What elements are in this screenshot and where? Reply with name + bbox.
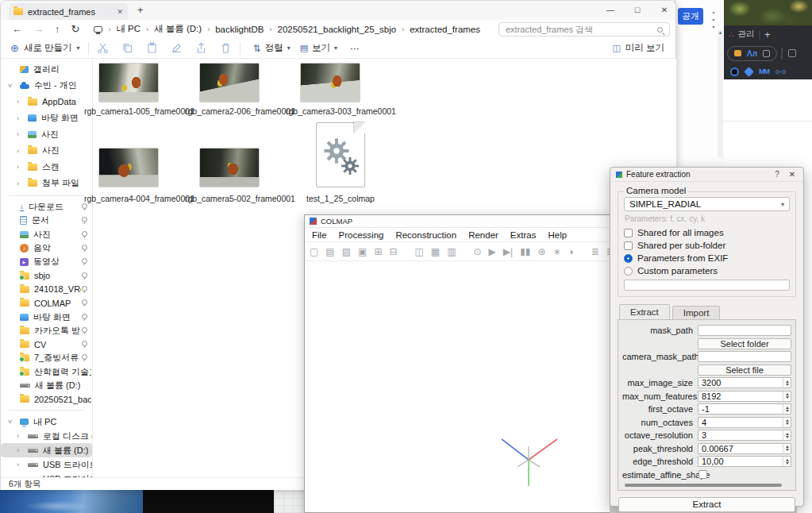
robust-fitting-icon[interactable]: ∗	[552, 247, 560, 256]
file-thumbnail[interactable]	[98, 63, 159, 102]
menu-file[interactable]: File	[312, 230, 327, 240]
sidebar-item-videos[interactable]: ▶동영상	[1, 255, 92, 268]
select-file-button[interactable]: Select file	[698, 364, 791, 376]
view-button[interactable]: ▤ 보기 ▾	[300, 42, 337, 54]
parameters-from-exif-option[interactable]: Parameters from EXIF	[624, 252, 790, 264]
sidebar-item-proof-docs[interactable]: 7_증빙서류	[1, 351, 92, 364]
share-button[interactable]: 공개	[678, 8, 703, 25]
chevron-right-icon[interactable]: ›	[17, 98, 19, 106]
spinner-arrows-icon[interactable]	[783, 418, 791, 427]
chevron-right-icon[interactable]: ›	[17, 461, 19, 469]
new-tab-icon[interactable]: +	[137, 4, 144, 16]
refresh-icon[interactable]: ↻	[71, 23, 80, 35]
database-management-icon[interactable]: ▦	[431, 247, 440, 256]
max-num-features-spinner[interactable]: 8192	[698, 391, 791, 402]
max-image-size-spinner[interactable]: 3200	[698, 377, 791, 388]
dialog-title-bar[interactable]: Feature extraction ?	[610, 168, 803, 182]
sidebar-item-desktop[interactable]: ›바탕 화면	[1, 110, 92, 127]
breadcrumb-segment[interactable]: 20250521_backlight_25_sbjo	[278, 25, 397, 34]
save-icon[interactable]: ▣	[358, 247, 367, 256]
colmap-3d-viewport[interactable]	[305, 261, 610, 512]
octave-resolution-spinner[interactable]: 3	[698, 430, 791, 441]
scrollbar-thumb[interactable]	[625, 484, 782, 487]
checkbox-icon[interactable]	[624, 229, 633, 237]
menu-extras[interactable]: Extras	[510, 230, 537, 240]
sidebar-item-music[interactable]: ♪음악	[1, 241, 92, 255]
radio-icon[interactable]	[624, 267, 633, 276]
sidebar-item-pictures-pinned[interactable]: 사진	[1, 228, 92, 241]
sidebar-item-gallery[interactable]: 갤러리	[1, 61, 92, 78]
checkbox-icon[interactable]	[624, 241, 633, 250]
profile-icon[interactable]: ∴	[729, 30, 733, 39]
feature-extraction-icon[interactable]: ≣	[591, 247, 599, 256]
manage-extensions-label[interactable]: 관리	[737, 29, 754, 40]
camera-mask-path-input[interactable]	[698, 351, 791, 362]
chevron-right-icon[interactable]: ›	[17, 130, 19, 138]
file-name[interactable]: rgb_camera5-002_frame0001	[185, 194, 274, 203]
export-icon[interactable]: ⊟	[389, 247, 397, 256]
help-icon[interactable]: ?	[772, 170, 783, 179]
paste-icon[interactable]	[146, 42, 158, 54]
share-icon[interactable]	[195, 42, 207, 54]
extract-button[interactable]: Extract	[618, 497, 795, 512]
sidebar-item-onedrive[interactable]: ˅수빈 - 개인	[1, 78, 92, 94]
sidebar-item-vroom[interactable]: 241018_VRoom_Ligl	[1, 283, 92, 296]
file-thumbnail[interactable]	[199, 63, 260, 102]
colmap-database-file-icon[interactable]	[316, 122, 365, 187]
diamond-extension-icon[interactable]	[744, 67, 754, 77]
breadcrumb-segment[interactable]: extracted_frames	[410, 25, 480, 34]
auto-reconstruction-icon[interactable]: ⊙	[474, 247, 482, 256]
preview-toggle[interactable]: ◫ 미리 보기	[612, 42, 664, 54]
new-project-icon[interactable]: ▢	[310, 247, 318, 256]
sidebar-item-desktop-pinned[interactable]: 바탕 화면	[1, 310, 92, 323]
radio-selected-icon[interactable]	[624, 254, 633, 263]
sidebar-item-kakaotalk[interactable]: 카카오톡 받은 파일	[1, 324, 92, 338]
spinner-arrows-icon[interactable]	[783, 457, 791, 466]
delete-icon[interactable]	[220, 42, 232, 54]
close-icon[interactable]	[660, 6, 669, 14]
sidebar-item-local-disk-c[interactable]: ›로컬 디스크 (C:)	[1, 429, 92, 443]
vertical-scrollbar[interactable]	[718, 30, 723, 157]
tab-close-icon[interactable]: ✕	[117, 8, 123, 16]
sidebar-item-tech-exchange[interactable]: 산학협력 기술교류회_보	[1, 365, 92, 379]
chevron-expanded-icon[interactable]: ˅	[8, 82, 12, 90]
import-icon[interactable]: ⊞	[374, 247, 382, 256]
shared-all-images-option[interactable]: Shared for all images	[624, 226, 790, 239]
peak-threshold-spinner[interactable]: 0.00667	[698, 443, 791, 454]
link-extension-icon[interactable]: o-o	[775, 68, 786, 75]
sidebar-item-downloads[interactable]: ↓다운로드	[1, 200, 92, 214]
search-input[interactable]: extracted_frames 검색	[498, 22, 670, 37]
image-overview-icon[interactable]: ◫	[415, 247, 424, 256]
more-icon[interactable]: ⋯	[350, 43, 360, 54]
file-thumbnail[interactable]	[300, 63, 360, 102]
first-octave-spinner[interactable]: -1	[698, 403, 791, 415]
sidebar-item-appdata[interactable]: ›AppData	[1, 94, 92, 110]
colmap-title-bar[interactable]: COLMAP	[305, 215, 610, 228]
round-extension-icon[interactable]	[730, 68, 739, 76]
back-icon[interactable]: ←	[12, 23, 22, 35]
chevron-right-icon[interactable]: ›	[17, 147, 19, 155]
minimize-icon[interactable]	[606, 6, 615, 14]
capture-tool-icon[interactable]	[734, 50, 741, 56]
sidebar-item-cv[interactable]: CV	[1, 338, 92, 351]
file-thumbnail[interactable]	[199, 148, 260, 187]
sidebar-item-sbjo[interactable]: sbjo	[1, 268, 92, 282]
sidebar-item-documents[interactable]: 문서	[1, 214, 92, 227]
camera-model-select[interactable]: SIMPLE_RADIAL ▾	[624, 197, 790, 211]
file-thumbnail[interactable]	[98, 148, 159, 187]
rename-icon[interactable]	[171, 42, 183, 54]
sidebar-item-colmap[interactable]: COLMAP	[1, 296, 92, 310]
spinner-arrows-icon[interactable]	[783, 378, 791, 388]
sidebar-item-photos-folder[interactable]: ›사진	[1, 143, 92, 160]
sidebar-item-scan[interactable]: ›스캔	[1, 159, 92, 176]
chevron-right-icon[interactable]: ›	[17, 446, 19, 454]
close-icon[interactable]	[787, 170, 798, 179]
select-folder-button[interactable]: Select folder	[698, 338, 791, 349]
edit-project-icon[interactable]: ▨	[342, 247, 351, 256]
menu-reconstruction[interactable]: Reconstruction	[395, 230, 456, 240]
custom-parameters-input[interactable]	[624, 280, 790, 291]
horizontal-scrollbar[interactable]	[623, 483, 791, 488]
file-name[interactable]: rgb_camera2-006_frame0001	[185, 106, 274, 116]
mm-extension-icon[interactable]: MM	[759, 68, 769, 75]
bundle-adjustment-icon[interactable]: ⊛	[537, 247, 545, 256]
